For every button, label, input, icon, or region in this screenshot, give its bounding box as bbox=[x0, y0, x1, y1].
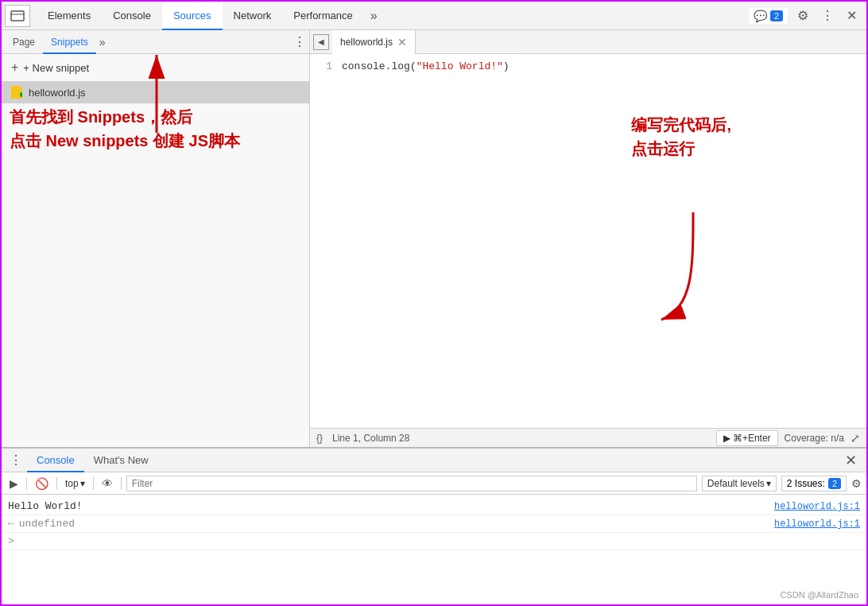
output-source-2[interactable]: helloworld.js:1 bbox=[774, 519, 860, 530]
run-button[interactable]: ▶ ⌘+Enter bbox=[716, 430, 778, 446]
tab-page[interactable]: Page bbox=[5, 30, 43, 54]
tab-console[interactable]: Console bbox=[102, 2, 162, 30]
svg-rect-0 bbox=[11, 11, 24, 21]
prompt-prefix: > bbox=[8, 535, 14, 547]
expand-icon[interactable]: ⤢ bbox=[851, 432, 860, 445]
code-area[interactable]: 1 console.log("Hello World!") bbox=[310, 54, 866, 428]
new-snippet-label: + New snippet bbox=[23, 62, 89, 74]
devtools-tabbar: Elements Console Sources Network Perform… bbox=[2, 2, 866, 30]
tab-elements[interactable]: Elements bbox=[37, 2, 102, 30]
right-panel: ◀ helloworld.js ✕ 1 console.log("Hello W… bbox=[310, 30, 866, 447]
more-icon-btn[interactable]: ⋮ bbox=[818, 6, 837, 25]
toolbar-sep-2 bbox=[56, 477, 57, 490]
tabbar-right: 💬 2 ⚙ ⋮ ✕ bbox=[749, 6, 863, 25]
code-func: console.log( bbox=[342, 60, 417, 72]
file-icon bbox=[11, 86, 24, 99]
levels-label: Default levels bbox=[707, 478, 765, 489]
editor-tab-helloworld[interactable]: helloworld.js ✕ bbox=[332, 30, 416, 54]
issues-count-badge: 2 bbox=[828, 478, 841, 489]
levels-chevron: ▾ bbox=[766, 478, 771, 489]
filter-input[interactable] bbox=[126, 476, 697, 491]
status-right: ▶ ⌘+Enter Coverage: n/a ⤢ bbox=[716, 430, 860, 446]
levels-select[interactable]: Default levels ▾ bbox=[702, 476, 777, 491]
editor-tab-filename: helloworld.js bbox=[340, 37, 393, 48]
status-bar: {} Line 1, Column 28 ▶ ⌘+Enter Coverage:… bbox=[310, 428, 866, 447]
toolbar-sep-3 bbox=[93, 477, 94, 490]
console-area: ⋮ Console What's New ✕ ▶ 🚫 top ▾ 👁 Defau… bbox=[2, 447, 866, 606]
console-output-line-1: Hello World! helloworld.js:1 bbox=[2, 498, 866, 515]
file-item-helloworld[interactable]: helloworld.js bbox=[2, 81, 309, 103]
plus-icon: + bbox=[11, 60, 18, 75]
coverage-text: Coverage: n/a bbox=[785, 433, 844, 444]
tab-network[interactable]: Network bbox=[223, 2, 283, 30]
output-source-1[interactable]: helloworld.js:1 bbox=[774, 501, 860, 512]
output-text-1: Hello World! bbox=[8, 500, 83, 512]
close-devtools-btn[interactable]: ✕ bbox=[843, 6, 860, 25]
console-dots-icon[interactable]: ⋮ bbox=[5, 453, 27, 468]
console-prompt-line[interactable]: > bbox=[2, 533, 866, 550]
tab-whatsnew[interactable]: What's New bbox=[84, 449, 158, 472]
output-text-2: undefined bbox=[19, 518, 75, 530]
toolbar-sep-4 bbox=[121, 477, 122, 490]
editor-back-icon[interactable]: ◀ bbox=[313, 34, 329, 50]
console-toolbar: ▶ 🚫 top ▾ 👁 Default levels ▾ 2 Issues: 2… bbox=[2, 472, 866, 495]
cursor-position: Line 1, Column 28 bbox=[332, 433, 409, 444]
tab-sources[interactable]: Sources bbox=[162, 2, 223, 30]
console-settings-btn[interactable]: ⚙ bbox=[851, 477, 862, 490]
execute-context-btn[interactable]: ▶ bbox=[6, 476, 21, 491]
undefined-prefix: ← bbox=[8, 518, 14, 530]
line-content-1: console.log("Hello World!") bbox=[342, 60, 866, 72]
editor-tab-close[interactable]: ✕ bbox=[397, 36, 407, 49]
editor-tabs: ◀ helloworld.js ✕ bbox=[310, 30, 866, 54]
watermark: CSDN @AllardZhao bbox=[780, 590, 858, 600]
context-label: top bbox=[65, 478, 79, 489]
file-name: helloworld.js bbox=[29, 87, 86, 99]
context-chevron: ▾ bbox=[80, 478, 85, 489]
console-close-btn[interactable]: ✕ bbox=[839, 452, 863, 469]
main-area: Page Snippets » ⋮ + + New snippet hellow… bbox=[2, 30, 866, 447]
devtools-logo bbox=[5, 5, 30, 27]
tab-performance[interactable]: Performance bbox=[282, 2, 363, 30]
console-output-line-2: ← undefined helloworld.js:1 bbox=[2, 515, 866, 533]
eye-icon-btn[interactable]: 👁 bbox=[99, 476, 116, 491]
console-tab-right: ✕ bbox=[839, 452, 863, 469]
left-panel-menu-icon[interactable]: ⋮ bbox=[293, 34, 306, 49]
code-close-paren: ) bbox=[503, 60, 510, 72]
line-number-1: 1 bbox=[310, 60, 342, 72]
tab-snippets[interactable]: Snippets bbox=[43, 30, 96, 54]
chat-icon: 💬 bbox=[754, 10, 767, 22]
left-panel-tabs: Page Snippets » ⋮ bbox=[2, 30, 309, 54]
issues-badge-btn[interactable]: 💬 2 bbox=[749, 8, 788, 24]
file-shape bbox=[11, 86, 22, 99]
left-panel: Page Snippets » ⋮ + + New snippet hellow… bbox=[2, 30, 310, 447]
format-icon[interactable]: {} bbox=[316, 433, 323, 444]
clear-console-btn[interactable]: 🚫 bbox=[32, 476, 52, 491]
issues-text: 2 Issues: bbox=[787, 478, 825, 489]
context-select[interactable]: top ▾ bbox=[62, 476, 88, 491]
toolbar-sep-1 bbox=[26, 477, 27, 490]
left-panel-more-icon[interactable]: » bbox=[96, 36, 109, 49]
console-tabbar: ⋮ Console What's New ✕ bbox=[2, 449, 866, 472]
console-output: Hello World! helloworld.js:1 ← undefined… bbox=[2, 495, 866, 606]
badge-count: 2 bbox=[770, 10, 783, 21]
file-dot bbox=[20, 92, 25, 97]
settings-icon-btn[interactable]: ⚙ bbox=[794, 6, 812, 25]
code-line-1: 1 console.log("Hello World!") bbox=[310, 60, 866, 75]
issues-badge[interactable]: 2 Issues: 2 bbox=[781, 476, 847, 491]
new-snippet-button[interactable]: + + New snippet bbox=[2, 54, 309, 81]
more-tabs-icon[interactable]: » bbox=[364, 2, 384, 30]
tab-console-panel[interactable]: Console bbox=[27, 449, 84, 472]
code-string: "Hello World!" bbox=[417, 60, 503, 72]
